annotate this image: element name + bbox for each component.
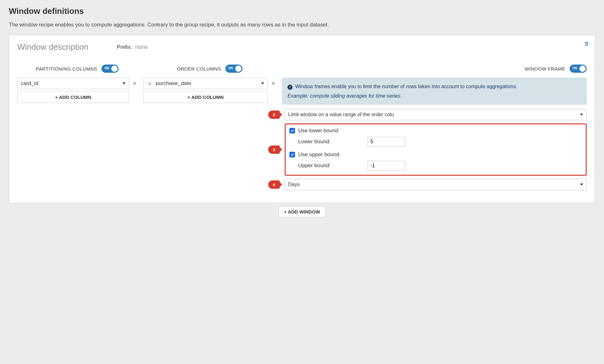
limit-window-value: Limit window on a value range of the ord… [288, 112, 578, 117]
order-section: ORDER COLUMNS ON purchase_date [143, 65, 276, 103]
add-window-button[interactable]: + ADD WINDOW [279, 206, 326, 217]
remove-partitioning-column-icon[interactable]: × [132, 80, 137, 87]
use-upper-bound-label: Use upper bound [298, 151, 339, 158]
info-text: Window frames enable you to limit the nu… [295, 84, 517, 89]
toggle-label: ON [104, 66, 109, 70]
chevron-down-icon [580, 114, 583, 116]
remove-order-column-icon[interactable]: × [271, 80, 276, 87]
order-column-value: purchase_date [156, 80, 191, 87]
upper-bound-input[interactable] [368, 161, 405, 170]
callout-badge-4: 4 [268, 180, 280, 189]
use-lower-bound-label: Use lower bound [298, 128, 339, 134]
partitioning-toggle[interactable]: ON [102, 65, 119, 73]
prefix-value[interactable]: none [135, 44, 148, 50]
use-lower-bound-checkbox[interactable] [289, 128, 295, 134]
chevron-down-icon [580, 184, 583, 185]
add-partitioning-column-button[interactable]: + ADD COLUMN [17, 91, 129, 103]
window-frame-toggle[interactable]: ON [570, 65, 587, 73]
bounds-box: Use lower bound Lower bound: Use upper b… [285, 123, 587, 176]
time-unit-select[interactable]: Days [285, 179, 587, 190]
page-title: Window definitions [9, 6, 595, 16]
partitioning-column-value: card_id [21, 80, 38, 87]
sort-direction-icon[interactable] [147, 81, 153, 86]
toggle-label: ON [572, 66, 577, 70]
callout-badge-2: 2 [268, 111, 280, 119]
delete-window-icon[interactable] [584, 41, 589, 48]
window-description-heading: Window description [17, 42, 88, 52]
order-column-select[interactable]: purchase_date [143, 78, 268, 89]
limit-window-select[interactable]: Limit window on a value range of the ord… [285, 109, 587, 120]
partitioning-section: PARTITIONING COLUMNS ON card_id × + ADD … [17, 65, 137, 103]
info-example: Example: compute sliding averages for ti… [287, 92, 581, 100]
window-panel: Window description Prefix: none PARTITIO… [9, 35, 595, 203]
chevron-down-icon [122, 82, 125, 84]
info-icon: i [287, 85, 293, 90]
window-frame-info: i Window frames enable you to limit the … [282, 78, 587, 105]
toggle-knob [579, 65, 586, 72]
order-header: ORDER COLUMNS [177, 66, 221, 71]
order-toggle[interactable]: ON [225, 65, 242, 73]
add-order-column-button[interactable]: + ADD COLUMN [143, 91, 268, 103]
window-frame-header: WINDOW FRAME [525, 66, 565, 71]
partitioning-column-select[interactable]: card_id [17, 78, 129, 89]
prefix-label: Prefix: [117, 44, 132, 50]
lower-bound-label: Lower bound: [298, 139, 361, 145]
lower-bound-input[interactable] [368, 137, 405, 146]
page-description: The window recipe enables you to compute… [9, 22, 595, 28]
time-unit-value: Days [288, 182, 578, 187]
partitioning-header: PARTITIONING COLUMNS [36, 66, 97, 71]
toggle-label: ON [228, 66, 233, 70]
toggle-knob [235, 65, 241, 72]
chevron-down-icon [261, 82, 264, 84]
callout-badge-3: 3 [268, 145, 280, 154]
window-frame-section: WINDOW FRAME ON i Window frames enable y… [282, 65, 587, 193]
use-upper-bound-checkbox[interactable] [289, 152, 295, 157]
toggle-knob [111, 65, 118, 72]
upper-bound-label: Upper bound: [298, 162, 361, 169]
